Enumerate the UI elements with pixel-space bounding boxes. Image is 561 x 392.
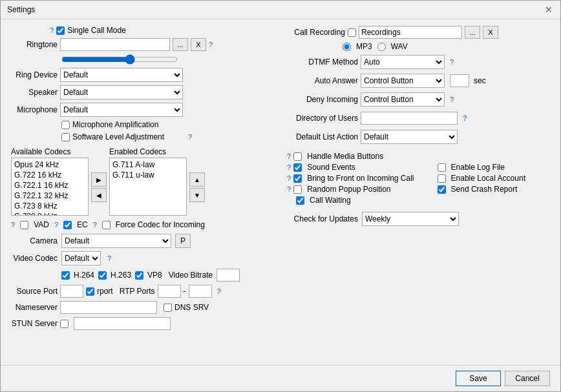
handle-media-checkbox[interactable] [293, 152, 302, 161]
save-button[interactable]: Save [456, 371, 501, 386]
codec-item[interactable]: G.722.1 32 kHz [13, 191, 87, 201]
force-codec-checkbox[interactable] [102, 221, 111, 229]
recordings-browse-button[interactable]: ... [465, 26, 480, 39]
call-recording-checkbox[interactable] [348, 28, 356, 37]
close-button[interactable]: ✕ [544, 5, 554, 15]
stun-row: STUN Server [11, 317, 274, 330]
microphone-label: Microphone [11, 105, 58, 114]
handle-media-help[interactable]: ? [287, 152, 291, 160]
camera-p-button[interactable]: P [175, 234, 191, 248]
random-popup-checkbox[interactable] [293, 185, 302, 194]
dir-users-help[interactable]: ? [463, 114, 467, 122]
source-port-label: Source Port [11, 287, 58, 296]
recordings-input[interactable] [359, 26, 462, 39]
right-feature-col: Enable Log File Enable Local Account Sen… [438, 163, 525, 205]
dtmf-help[interactable]: ? [450, 58, 454, 66]
single-call-help[interactable]: ? [50, 26, 54, 34]
codec-remove-button[interactable]: ◀ [91, 188, 107, 202]
auto-answer-select[interactable]: Control Button Always Never [361, 74, 445, 88]
call-waiting-checkbox[interactable] [296, 196, 304, 205]
ringtone-browse-button[interactable]: ... [173, 38, 188, 51]
left-feature-col: ? Sound Events ? Bring to Front on Incom… [287, 163, 414, 205]
codec-item[interactable]: G.723 8 kHz [13, 201, 87, 211]
deny-incoming-select[interactable]: Control Button Always Never [361, 92, 445, 107]
recordings-clear-button[interactable]: X [483, 26, 498, 39]
single-call-checkbox[interactable] [56, 26, 65, 35]
ring-device-select[interactable]: Default [60, 68, 183, 82]
bring-front-checkbox[interactable] [293, 174, 302, 183]
nameserver-label: Nameserver [11, 303, 58, 312]
video-codec-help[interactable]: ? [107, 254, 111, 262]
stun-input[interactable] [74, 317, 171, 330]
dtmf-select[interactable]: Auto RFC 2833 SIP INFO Inband [361, 55, 445, 69]
send-crash-checkbox[interactable] [438, 185, 446, 194]
codec-up-button[interactable]: ▲ [189, 172, 205, 187]
mic-amp-checkbox[interactable] [61, 121, 70, 129]
random-popup-label: Random Popup Position [307, 185, 390, 194]
default-list-select[interactable]: Default [361, 130, 458, 144]
force-codec-help[interactable]: ? [93, 221, 97, 229]
h264-checkbox[interactable] [61, 271, 70, 280]
soft-level-help[interactable]: ? [188, 133, 192, 141]
soft-level-checkbox[interactable] [61, 133, 70, 141]
sound-events-help[interactable]: ? [287, 163, 291, 171]
video-codec-select[interactable]: Default [61, 251, 101, 265]
random-popup-help[interactable]: ? [287, 185, 291, 193]
speaker-select[interactable]: Default [60, 85, 183, 99]
rtp-from-input[interactable]: 0 [158, 285, 181, 298]
auto-answer-label: Auto Answer [287, 76, 358, 85]
volume-slider-row [11, 54, 274, 65]
ringtone-label: Ringtone [11, 40, 58, 49]
check-updates-select[interactable]: Never Daily Weekly Monthly [362, 212, 459, 226]
camera-select[interactable]: Default [61, 234, 171, 248]
auto-answer-sec-input[interactable]: 0 [450, 74, 469, 87]
rtp-help[interactable]: ? [217, 287, 221, 295]
codec-item[interactable]: G.711 u-law [111, 170, 185, 180]
nameserver-input[interactable] [60, 301, 157, 314]
ringtone-help[interactable]: ? [209, 41, 213, 48]
enabled-codecs-list[interactable]: G.711 A-law G.711 u-law [109, 158, 187, 216]
dns-srv-checkbox[interactable] [164, 304, 172, 312]
dialog-title: Settings [7, 5, 35, 14]
codec-item[interactable]: G.711 A-law [111, 160, 185, 170]
codec-item[interactable]: G.722 16 kHz [13, 170, 87, 180]
enabled-codecs-box: Enabled Codecs G.711 A-law G.711 u-law [109, 147, 187, 216]
ec-checkbox[interactable] [63, 221, 72, 229]
enable-local-checkbox[interactable] [438, 174, 446, 183]
video-bitrate-input[interactable]: 256 [217, 269, 240, 282]
source-port-input[interactable]: 0 [60, 285, 83, 298]
h264-label: H.264 [74, 271, 94, 280]
mp3-radio[interactable] [343, 43, 351, 51]
sound-events-checkbox[interactable] [293, 163, 302, 172]
codec-down-button[interactable]: ▼ [189, 188, 205, 202]
enable-log-checkbox[interactable] [438, 163, 446, 172]
cancel-button[interactable]: Cancel [505, 371, 550, 386]
call-recording-label: Call Recording [287, 28, 345, 37]
vp8-checkbox[interactable] [135, 271, 143, 280]
h263-checkbox[interactable] [98, 271, 107, 280]
bring-front-help[interactable]: ? [287, 174, 291, 182]
settings-dialog: Settings ✕ ? Single Call Mode Ringtone .… [0, 0, 561, 392]
rport-checkbox[interactable] [86, 287, 94, 296]
codec-item[interactable]: G.729 8 kHz [13, 211, 87, 216]
codec-add-button[interactable]: ▶ [91, 172, 107, 187]
vad-checkbox[interactable] [20, 221, 28, 229]
mic-amp-label: Microphone Amplification [72, 120, 158, 129]
available-codecs-list[interactable]: Opus 24 kHz G.722 16 kHz G.722.1 16 kHz … [11, 158, 89, 216]
ec-help[interactable]: ? [54, 221, 58, 229]
rtp-to-input[interactable]: 0 [189, 285, 212, 298]
ringtone-clear-button[interactable]: X [191, 38, 206, 51]
vad-help[interactable]: ? [11, 221, 15, 229]
volume-slider[interactable] [61, 54, 178, 65]
soft-level-label: Software Level Adjustment [72, 132, 164, 141]
sec-label: sec [474, 76, 486, 85]
microphone-row: Microphone Default [11, 103, 274, 117]
ringtone-input[interactable] [60, 38, 170, 51]
deny-incoming-help[interactable]: ? [450, 96, 454, 103]
dir-users-input[interactable] [361, 112, 458, 125]
stun-checkbox[interactable] [60, 320, 69, 328]
microphone-select[interactable]: Default [60, 103, 183, 117]
wav-radio[interactable] [377, 43, 386, 51]
codec-item[interactable]: Opus 24 kHz [13, 160, 87, 170]
codec-item[interactable]: G.722.1 16 kHz [13, 180, 87, 191]
